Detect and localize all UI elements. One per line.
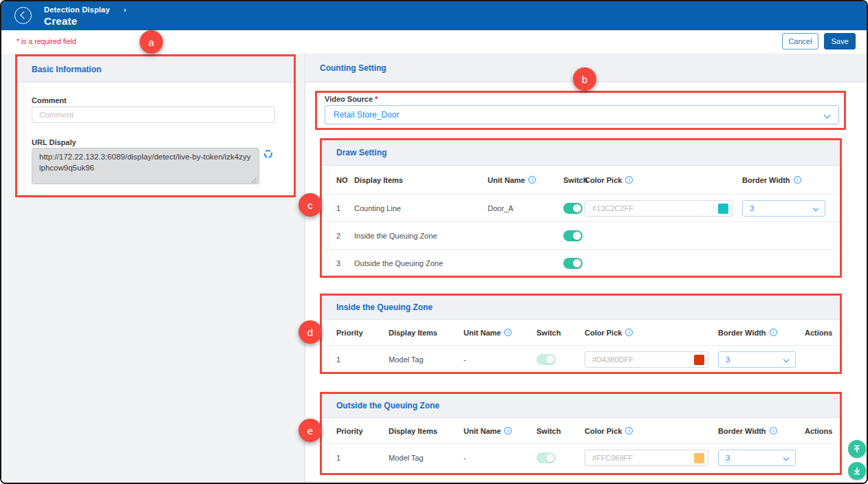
col-color-pick-text: Color Pick	[585, 329, 622, 337]
col-actions: Actions	[805, 329, 840, 337]
col-color-pick: Color Pick i	[585, 329, 718, 337]
chevron-down-icon	[783, 357, 789, 362]
chevron-down-icon	[824, 112, 831, 119]
scroll-to-bottom-button[interactable]	[848, 462, 866, 480]
url-display-label: URL Dispaly	[32, 138, 76, 146]
outside-queuing-zone-section: Outside the Queuing Zone Priority Displa…	[322, 393, 840, 472]
col-display-items: Display Items	[389, 427, 464, 435]
cancel-button[interactable]: Cancel	[782, 33, 818, 50]
toggle-knob	[546, 355, 554, 364]
col-display-items: Display Items	[389, 329, 464, 337]
info-icon[interactable]: i	[770, 329, 777, 336]
breadcrumb[interactable]: Detection Display›	[44, 6, 127, 14]
col-unit-name-text: Unit Name	[464, 329, 501, 337]
border-width-select[interactable]: 3	[718, 450, 796, 466]
col-no: NO	[336, 176, 354, 184]
draw-setting-column-headers: NO Display Items Unit Name i Switch Colo…	[322, 166, 840, 195]
info-icon[interactable]: i	[504, 427, 512, 434]
toggle-knob	[546, 454, 554, 462]
basic-information-title: Basic Information	[32, 65, 101, 74]
table-row: 1 Model Tag - 3	[322, 444, 840, 472]
switch-toggle[interactable]	[536, 354, 556, 365]
info-icon[interactable]: i	[770, 427, 777, 434]
color-pick-input[interactable]	[585, 352, 708, 367]
border-width-select[interactable]: 3	[718, 351, 796, 368]
toggle-knob	[573, 232, 581, 240]
save-button[interactable]: Save	[824, 33, 856, 50]
back-button[interactable]	[14, 7, 32, 24]
border-width-value: 3	[726, 454, 730, 462]
scroll-to-top-button[interactable]	[848, 440, 866, 458]
outside-zone-column-headers: Priority Display Items Unit Name i Switc…	[322, 418, 840, 444]
row-display-items: Inside the Queuing Zone	[354, 232, 488, 240]
video-source-label-text: Video Source	[325, 95, 373, 103]
refresh-icon[interactable]	[263, 149, 273, 159]
inside-queuing-zone-section: Inside the Queuing Zone Priority Display…	[322, 295, 840, 373]
col-border-width-text: Border Width	[742, 176, 790, 184]
info-icon[interactable]: i	[625, 176, 633, 184]
row-unit-name: Door_A	[488, 204, 563, 212]
color-swatch[interactable]	[694, 355, 704, 365]
row-display-items: Outside the Queuing Zone	[354, 259, 488, 267]
color-pick-input[interactable]	[585, 201, 732, 216]
info-icon[interactable]: i	[625, 329, 633, 336]
page-title: Create	[44, 15, 78, 27]
switch-toggle[interactable]	[536, 452, 556, 463]
inside-queuing-zone-header: Inside the Queuing Zone	[322, 295, 840, 320]
col-border-width: Border Width i	[718, 427, 805, 435]
info-icon[interactable]: i	[504, 329, 512, 336]
draw-setting-title: Draw Setting	[336, 148, 387, 157]
row-display-items: Model Tag	[389, 355, 464, 364]
breadcrumb-separator-icon: ›	[124, 6, 127, 14]
col-color-pick: Color Pick i	[585, 176, 742, 184]
switch-toggle[interactable]	[563, 230, 583, 241]
inside-queuing-zone-title: Inside the Queuing Zone	[336, 302, 433, 312]
basic-information-card: Basic Information Comment URL Dispaly ht…	[17, 56, 294, 195]
border-width-select[interactable]: 3	[742, 200, 825, 217]
chevron-down-icon	[813, 205, 818, 210]
row-unit-name: -	[464, 454, 536, 462]
row-no: 1	[336, 204, 354, 212]
required-asterisk: *	[375, 95, 378, 103]
color-swatch[interactable]	[718, 204, 728, 214]
row-priority: 1	[336, 355, 389, 364]
video-source-select[interactable]: Retail Store_Door	[325, 105, 839, 124]
counting-setting-title: Counting Setting	[320, 63, 387, 73]
info-icon[interactable]: i	[794, 176, 801, 184]
switch-toggle[interactable]	[563, 203, 583, 214]
table-row: 1 Model Tag - 3	[322, 346, 840, 373]
draw-setting-header: Draw Setting	[322, 140, 840, 166]
outside-queuing-zone-header: Outside the Queuing Zone	[322, 393, 840, 418]
info-icon[interactable]: i	[625, 427, 633, 434]
toggle-knob	[573, 204, 581, 212]
color-pick-input[interactable]	[585, 450, 708, 465]
inside-zone-column-headers: Priority Display Items Unit Name i Switc…	[322, 320, 840, 346]
switch-toggle[interactable]	[563, 258, 583, 269]
col-priority: Priority	[336, 427, 389, 435]
col-border-width-text: Border Width	[718, 427, 766, 435]
outside-queuing-zone-title: Outside the Queuing Zone	[336, 401, 440, 410]
url-display-textarea[interactable]: http://172.22.132.3:6089/display/detect/…	[32, 148, 259, 184]
draw-setting-section: Draw Setting NO Display Items Unit Name …	[322, 140, 840, 277]
comment-input[interactable]	[32, 107, 275, 123]
row-no: 3	[336, 259, 354, 267]
border-width-value: 3	[750, 204, 754, 212]
col-switch: Switch	[536, 329, 585, 337]
table-row: 3 Outside the Queuing Zone	[322, 250, 840, 277]
basic-information-header: Basic Information	[17, 56, 294, 82]
panel-divider	[305, 54, 305, 484]
col-display-items: Display Items	[354, 176, 488, 184]
border-width-value: 3	[726, 355, 730, 364]
color-pick-field	[585, 351, 708, 368]
color-swatch[interactable]	[694, 453, 704, 463]
counting-setting-header: Counting Setting	[305, 54, 868, 82]
col-border-width-text: Border Width	[718, 329, 766, 337]
breadcrumb-label: Detection Display	[44, 6, 110, 14]
chevron-down-icon	[783, 455, 789, 461]
row-display-items: Model Tag	[389, 454, 464, 462]
row-unit-name: -	[464, 355, 536, 364]
info-icon[interactable]: i	[528, 176, 536, 184]
col-color-pick: Color Pick i	[585, 427, 718, 435]
col-unit-name: Unit Name i	[464, 329, 536, 337]
col-border-width: Border Width i	[742, 176, 840, 184]
